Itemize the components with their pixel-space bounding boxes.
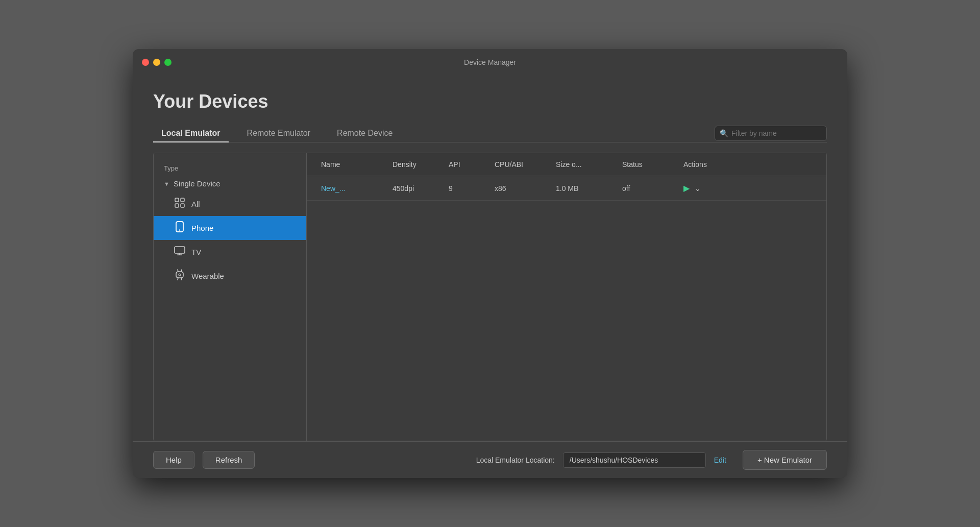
title-bar: Device Manager: [133, 49, 847, 76]
svg-rect-2: [175, 204, 179, 207]
location-label: Local Emulator Location:: [476, 456, 555, 464]
sidebar-item-wearable[interactable]: Wearable: [154, 264, 306, 288]
col-name: Name: [317, 153, 388, 176]
col-status: Status: [618, 153, 679, 176]
svg-rect-1: [181, 198, 184, 202]
filter-input[interactable]: [715, 126, 827, 141]
sidebar-item-phone[interactable]: Phone: [154, 216, 306, 240]
device-actions: ▶ ⌄: [679, 176, 741, 200]
sidebar-item-all-label: All: [191, 200, 200, 208]
tabs-row: Local Emulator Remote Emulator Remote De…: [153, 125, 827, 142]
new-emulator-button[interactable]: + New Emulator: [743, 450, 827, 470]
tab-local-emulator[interactable]: Local Emulator: [153, 125, 229, 142]
device-size: 1.0 MB: [552, 177, 618, 200]
svg-point-14: [179, 274, 181, 276]
play-button[interactable]: ▶: [683, 183, 690, 193]
single-device-label: Single Device: [174, 179, 220, 188]
col-density: Density: [388, 153, 445, 176]
sidebar-item-tv[interactable]: TV: [154, 240, 306, 264]
sidebar-item-tv-label: TV: [191, 248, 201, 256]
table-area: Name Density API CPU/ABI Size o... Statu…: [307, 153, 826, 441]
more-actions-button[interactable]: ⌄: [695, 184, 701, 193]
wearable-icon: [174, 269, 185, 283]
sidebar-item-wearable-label: Wearable: [191, 272, 224, 280]
main-window: Device Manager Your Devices Local Emulat…: [133, 49, 847, 478]
svg-rect-9: [176, 272, 183, 278]
single-device-section[interactable]: ▼ Single Device: [154, 175, 306, 192]
svg-rect-6: [175, 247, 185, 253]
tab-remote-emulator[interactable]: Remote Emulator: [239, 125, 319, 142]
table-row: New_... 450dpi 9 x86 1.0 MB off ▶ ⌄: [307, 176, 826, 201]
sidebar-item-all[interactable]: All: [154, 192, 306, 216]
sidebar-item-phone-label: Phone: [191, 224, 213, 232]
tv-icon: [174, 245, 185, 259]
close-button[interactable]: [142, 59, 149, 66]
main-area: Type ▼ Single Device All: [153, 153, 827, 441]
tab-remote-device[interactable]: Remote Device: [329, 125, 401, 142]
edit-button[interactable]: Edit: [714, 456, 726, 464]
svg-rect-3: [181, 204, 184, 207]
device-cpu-abi: x86: [491, 177, 552, 200]
search-icon: 🔍: [720, 129, 728, 137]
device-density: 450dpi: [388, 177, 445, 200]
content-area: Your Devices Local Emulator Remote Emula…: [133, 76, 847, 441]
sidebar: Type ▼ Single Device All: [154, 153, 307, 441]
table-header: Name Density API CPU/ABI Size o... Statu…: [307, 153, 826, 176]
refresh-button[interactable]: Refresh: [203, 451, 255, 469]
maximize-button[interactable]: [164, 59, 172, 66]
chevron-icon: ▼: [164, 181, 169, 187]
svg-line-10: [178, 270, 178, 272]
col-cpu-abi: CPU/ABI: [491, 153, 552, 176]
location-input[interactable]: [563, 452, 706, 468]
device-name[interactable]: New_...: [317, 177, 388, 200]
svg-line-12: [178, 278, 178, 280]
device-status: off: [618, 177, 679, 200]
table-body: New_... 450dpi 9 x86 1.0 MB off ▶ ⌄: [307, 176, 826, 441]
col-size: Size o...: [552, 153, 618, 176]
device-api: 9: [445, 177, 491, 200]
type-header: Type: [154, 161, 306, 175]
phone-icon: [174, 221, 185, 235]
bottom-bar: Help Refresh Local Emulator Location: Ed…: [133, 441, 847, 478]
col-api: API: [445, 153, 491, 176]
help-button[interactable]: Help: [153, 451, 194, 469]
all-icon: [174, 197, 185, 211]
minimize-button[interactable]: [153, 59, 160, 66]
col-actions: Actions: [679, 153, 741, 176]
svg-rect-0: [175, 198, 179, 202]
window-title: Device Manager: [464, 58, 516, 66]
svg-line-13: [181, 278, 182, 280]
page-title: Your Devices: [153, 91, 827, 112]
svg-point-5: [179, 229, 180, 230]
svg-line-11: [181, 270, 182, 272]
traffic-lights: [142, 59, 172, 66]
filter-wrapper: 🔍: [715, 126, 827, 141]
